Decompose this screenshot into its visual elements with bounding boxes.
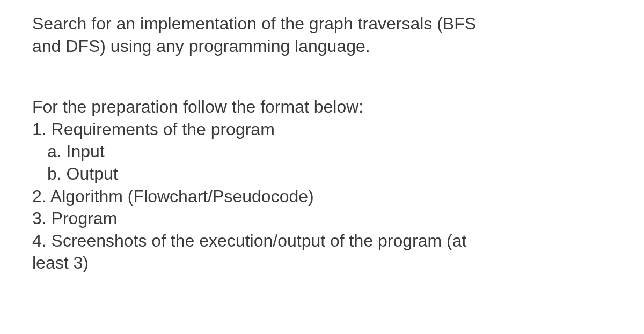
sub-list-item-1b: b. Output <box>32 163 612 185</box>
format-heading: For the preparation follow the format be… <box>32 96 612 118</box>
list-item-3: 3. Program <box>32 207 612 230</box>
intro-line-1: Search for an implementation of the grap… <box>32 13 612 35</box>
sub-list-item-1a: a. Input <box>32 140 612 163</box>
intro-paragraph: Search for an implementation of the grap… <box>32 13 612 57</box>
list-item-4: 4. Screenshots of the execution/output o… <box>32 230 612 253</box>
intro-line-2: and DFS) using any programming language. <box>32 35 612 58</box>
format-section: For the preparation follow the format be… <box>32 96 612 274</box>
list-item-1: 1. Requirements of the program <box>32 118 612 141</box>
list-item-4-continuation: least 3) <box>32 252 612 274</box>
list-item-2: 2. Algorithm (Flowchart/Pseudocode) <box>32 185 612 208</box>
